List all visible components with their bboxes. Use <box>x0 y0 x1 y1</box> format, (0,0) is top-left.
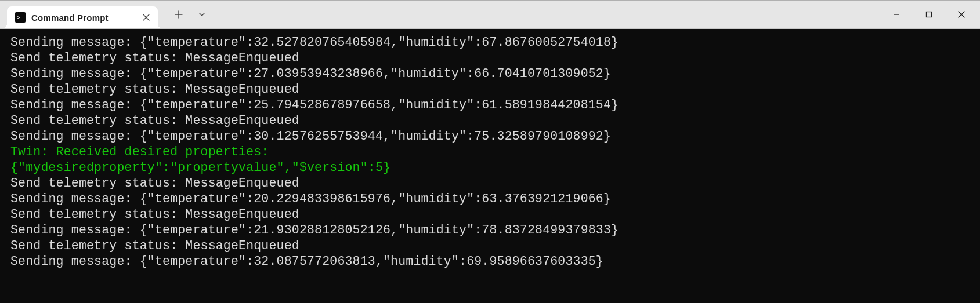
window-controls <box>880 1 980 28</box>
terminal-line: Send telemetry status: MessageEnqueued <box>10 176 977 191</box>
terminal-line: Sending message: {"temperature":32.52782… <box>10 35 977 50</box>
tab-command-prompt[interactable]: >_ Command Prompt <box>7 6 158 28</box>
new-tab-button[interactable] <box>167 3 190 26</box>
terminal-output[interactable]: Sending message: {"temperature":32.52782… <box>0 29 980 303</box>
svg-rect-0 <box>927 12 932 17</box>
close-window-button[interactable] <box>945 3 978 26</box>
terminal-line: Sending message: {"temperature":27.03953… <box>10 66 977 82</box>
minimize-button[interactable] <box>880 3 913 26</box>
terminal-line: Send telemetry status: MessageEnqueued <box>10 50 977 66</box>
terminal-line: Send telemetry status: MessageEnqueued <box>10 113 977 129</box>
terminal-line: Sending message: {"temperature":25.79452… <box>10 97 977 113</box>
terminal-icon: >_ <box>15 12 26 23</box>
terminal-line: Sending message: {"temperature":32.08757… <box>10 254 977 269</box>
terminal-line: Sending message: {"temperature":21.93028… <box>10 222 977 238</box>
terminal-line: {"mydesiredproperty":"propertyvalue","$v… <box>10 160 977 176</box>
new-tab-dropdown[interactable] <box>190 3 214 26</box>
terminal-line: Send telemetry status: MessageEnqueued <box>10 82 977 97</box>
window: >_ Command Prompt Sending mes <box>0 0 980 303</box>
terminal-line: Sending message: {"temperature":30.12576… <box>10 129 977 144</box>
tabs-area: >_ Command Prompt <box>0 1 158 28</box>
terminal-line: Sending message: {"temperature":20.22948… <box>10 191 977 207</box>
maximize-button[interactable] <box>913 3 945 26</box>
terminal-line: Twin: Received desired properties: <box>10 144 977 160</box>
tab-title: Command Prompt <box>31 13 140 23</box>
terminal-line: Send telemetry status: MessageEnqueued <box>10 238 977 254</box>
titlebar: >_ Command Prompt <box>0 1 980 28</box>
close-tab-button[interactable] <box>140 12 152 23</box>
terminal-line: Send telemetry status: MessageEnqueued <box>10 207 977 222</box>
